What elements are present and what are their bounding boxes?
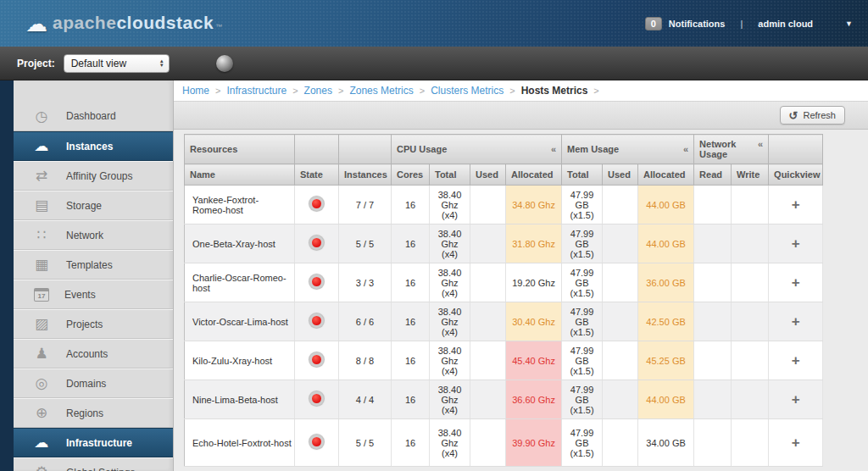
table-row[interactable]: Charlie-Oscar-Romeo-host 3 / 3 16 38.40 … <box>185 263 823 302</box>
breadcrumb-clusters-metrics[interactable]: Clusters Metrics <box>431 85 504 97</box>
sidebar-item-accounts[interactable]: ♟ Accounts <box>14 339 173 368</box>
cloud-logo-icon: ☁ <box>25 13 47 35</box>
table-row[interactable]: Nine-Lima-Beta-host 4 / 4 16 38.40 Ghz (… <box>185 380 823 419</box>
host-instances: 5 / 5 <box>339 224 392 263</box>
quickview-plus-icon[interactable]: + <box>792 236 800 252</box>
col-cpu-allocated: Allocated <box>506 164 562 186</box>
breadcrumb-infrastructure[interactable]: Infrastructure <box>226 85 287 97</box>
quickview-cell: + <box>769 263 823 302</box>
sidebar-item-events[interactable]: 17 Events <box>14 280 173 309</box>
cpu-used <box>470 302 506 341</box>
collapse-cpu-icon[interactable]: « <box>551 144 556 154</box>
mem-allocated: 36.00 GB <box>638 263 694 302</box>
mem-total: 47.99 GB (x1.5) <box>562 186 603 224</box>
cpu-used <box>470 341 506 380</box>
table-row[interactable]: Yankee-Foxtrot-Romeo-host 7 / 7 16 38.40… <box>185 186 823 224</box>
sidebar-item-regions[interactable]: ⊕ Regions <box>14 398 173 428</box>
host-instances: 6 / 6 <box>339 302 392 341</box>
project-view-select[interactable]: Default view ▲▼ <box>64 54 170 73</box>
globe-icon[interactable] <box>216 55 233 72</box>
host-name: Echo-Hotel-Foxtrot-host <box>185 419 295 467</box>
host-cores: 16 <box>392 419 430 467</box>
quickview-plus-icon[interactable]: + <box>792 352 800 368</box>
host-name: Yankee-Foxtrot-Romeo-host <box>185 186 295 224</box>
host-instances: 3 / 3 <box>339 263 392 302</box>
affinity-arrows-icon: ⇄ <box>32 167 51 185</box>
state-up-icon <box>312 316 321 325</box>
breadcrumb-home[interactable]: Home <box>182 85 209 97</box>
cloud-icon: ☁ <box>32 137 51 155</box>
quickview-plus-icon[interactable]: + <box>792 313 800 330</box>
breadcrumb-zones-metrics[interactable]: Zones Metrics <box>349 85 413 97</box>
person-icon: ♟ <box>32 345 51 363</box>
sidebar-item-templates[interactable]: ▦ Templates <box>14 250 173 280</box>
logo-text-cloudstack: cloudstack <box>116 13 214 33</box>
disk-icon: ▤ <box>32 197 51 214</box>
quickview-plus-icon[interactable]: + <box>792 197 800 213</box>
mem-allocated: 34.00 GB <box>638 419 694 467</box>
sidebar-item-projects[interactable]: ▨ Projects <box>14 309 173 339</box>
chevron-down-icon[interactable]: ▼ <box>845 19 853 28</box>
network-read <box>694 186 732 224</box>
cpu-total: 38.40 Ghz (x4) <box>430 341 470 380</box>
mem-used <box>603 224 638 263</box>
collapse-network-icon[interactable]: « <box>758 139 763 149</box>
cpu-used <box>470 419 506 467</box>
calendar-icon: 17 <box>34 288 49 302</box>
quickview-cell: + <box>769 302 823 341</box>
mem-allocated: 44.00 GB <box>638 380 694 419</box>
col-write: Write <box>732 164 769 186</box>
cpu-total: 38.40 Ghz (x4) <box>430 380 470 419</box>
notifications-count-badge[interactable]: 0 <box>645 17 662 30</box>
host-state <box>295 341 339 380</box>
quickview-plus-icon[interactable]: + <box>792 391 800 407</box>
cpu-allocated: 30.40 Ghz <box>506 302 562 341</box>
cpu-allocated: 39.90 Ghz <box>506 419 562 467</box>
table-row[interactable]: One-Beta-Xray-host 5 / 5 16 38.40 Ghz (x… <box>185 224 823 263</box>
sidebar-item-instances[interactable]: ☁ Instances <box>14 131 173 161</box>
breadcrumb-zones[interactable]: Zones <box>304 85 332 97</box>
quickview-plus-icon[interactable]: + <box>792 274 800 291</box>
host-instances: 4 / 4 <box>339 380 392 419</box>
folder-icon: ▨ <box>32 315 51 333</box>
quickview-plus-icon[interactable]: + <box>792 435 800 451</box>
state-up-icon <box>312 199 321 208</box>
cpu-total: 38.40 Ghz (x4) <box>430 186 470 224</box>
sidebar-item-infrastructure[interactable]: ☁ Infrastructure <box>14 428 173 457</box>
mem-used <box>603 186 638 224</box>
mem-total: 47.99 GB (x1.5) <box>562 263 603 302</box>
mem-total: 47.99 GB (x1.5) <box>562 302 603 341</box>
table-row[interactable]: Kilo-Zulu-Xray-host 8 / 8 16 38.40 Ghz (… <box>185 341 823 380</box>
sidebar-item-dashboard[interactable]: ◷ Dashboard <box>14 102 173 131</box>
header-right-cluster: 0 Notifications | admin cloud ▼ <box>645 17 853 30</box>
quickview-cell: + <box>769 380 823 419</box>
sidebar-item-storage[interactable]: ▤ Storage <box>14 191 173 220</box>
sidebar-item-domains[interactable]: ◎ Domains <box>14 368 173 398</box>
mem-total: 47.99 GB (x1.5) <box>562 341 603 380</box>
column-header-row: Name State Instances Cores Total Used Al… <box>185 164 823 186</box>
project-label: Project: <box>17 58 55 69</box>
collapse-mem-icon[interactable]: « <box>683 144 688 154</box>
logo-text-apache: apache <box>53 13 116 33</box>
col-mem-allocated: Allocated <box>638 164 694 186</box>
sidebar-item-affinity-groups[interactable]: ⇄ Affinity Groups <box>14 161 173 191</box>
mem-used <box>603 419 638 467</box>
table-row[interactable]: Echo-Hotel-Foxtrot-host 5 / 5 16 38.40 G… <box>185 419 823 467</box>
host-instances: 8 / 8 <box>339 341 392 380</box>
notifications-link[interactable]: Notifications <box>669 19 726 29</box>
mem-allocated: 44.00 GB <box>638 224 694 263</box>
hosts-metrics-table-wrap: Resources « CPU Usage « Mem Usage <box>174 130 868 467</box>
refresh-button[interactable]: ↺ Refresh <box>780 106 845 125</box>
user-menu[interactable]: admin cloud <box>758 19 813 29</box>
sidebar-item-network[interactable]: ∷ Network <box>14 220 173 250</box>
table-row[interactable]: Victor-Oscar-Lima-host 6 / 6 16 38.40 Gh… <box>185 302 823 341</box>
logo-trademark: ™ <box>215 23 222 30</box>
globe-region-icon: ⊕ <box>32 404 51 422</box>
network-read <box>694 380 732 419</box>
sidebar-item-global-settings[interactable]: ⚙ Global Settings <box>14 457 173 471</box>
cpu-allocated: 34.80 Ghz <box>506 186 562 224</box>
group-cpu-usage: « CPU Usage <box>392 135 562 164</box>
host-name: Victor-Oscar-Lima-host <box>185 302 295 341</box>
state-up-icon <box>312 394 321 403</box>
concentric-circles-icon: ◎ <box>32 374 51 392</box>
